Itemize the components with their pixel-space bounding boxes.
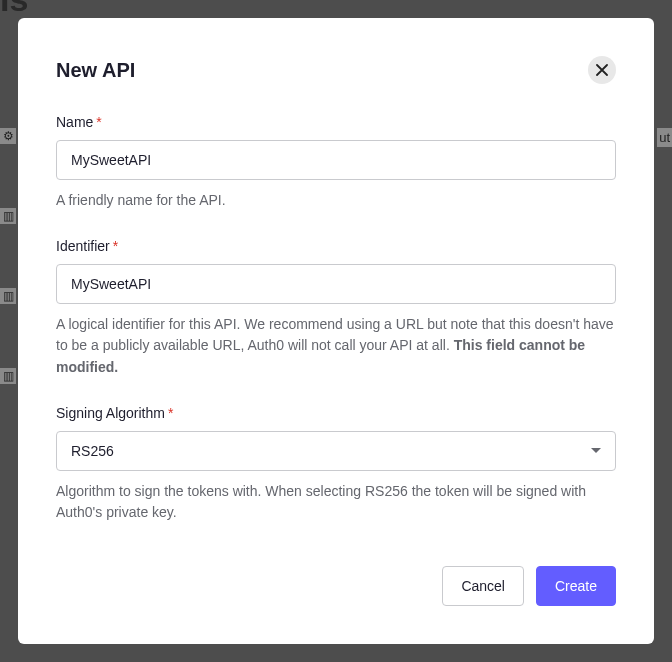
identifier-label-text: Identifier xyxy=(56,238,110,254)
algorithm-value: RS256 xyxy=(71,443,114,459)
required-indicator: * xyxy=(113,238,118,254)
name-input[interactable] xyxy=(56,140,616,180)
modal-header: New API xyxy=(56,56,616,84)
algorithm-help: Algorithm to sign the tokens with. When … xyxy=(56,481,616,524)
required-indicator: * xyxy=(168,405,173,421)
new-api-modal: New API Name* A friendly name for the AP… xyxy=(18,18,654,644)
modal-footer: Cancel Create xyxy=(56,566,616,606)
cancel-button[interactable]: Cancel xyxy=(442,566,524,606)
modal-title: New API xyxy=(56,59,135,82)
name-help: A friendly name for the API. xyxy=(56,190,616,212)
name-label: Name* xyxy=(56,114,616,130)
close-button[interactable] xyxy=(588,56,616,84)
create-button[interactable]: Create xyxy=(536,566,616,606)
identifier-help: A logical identifier for this API. We re… xyxy=(56,314,616,379)
name-label-text: Name xyxy=(56,114,93,130)
identifier-label: Identifier* xyxy=(56,238,616,254)
algorithm-label-text: Signing Algorithm xyxy=(56,405,165,421)
algorithm-select[interactable]: RS256 xyxy=(56,431,616,471)
algorithm-label: Signing Algorithm* xyxy=(56,405,616,421)
field-identifier: Identifier* A logical identifier for thi… xyxy=(56,238,616,379)
identifier-input[interactable] xyxy=(56,264,616,304)
required-indicator: * xyxy=(96,114,101,130)
field-name: Name* A friendly name for the API. xyxy=(56,114,616,212)
chevron-down-icon xyxy=(591,448,601,453)
field-algorithm: Signing Algorithm* RS256 Algorithm to si… xyxy=(56,405,616,524)
close-icon xyxy=(596,64,608,76)
